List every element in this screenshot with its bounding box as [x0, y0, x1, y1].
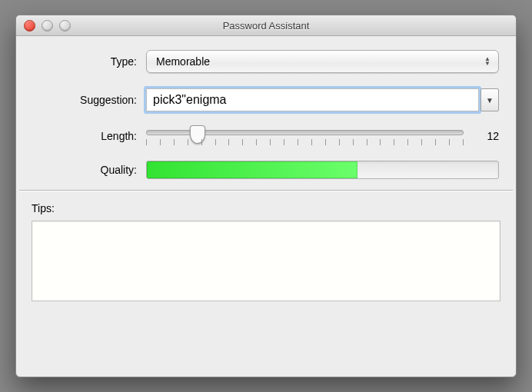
password-assistant-window: Password Assistant Type: Memorable ▲▼ Su…: [15, 15, 517, 377]
suggestion-label: Suggestion:: [33, 94, 146, 106]
slider-ticks: [146, 139, 464, 145]
quality-fill: [147, 161, 357, 178]
suggestion-combo: ▼: [146, 88, 499, 111]
suggestion-row: Suggestion: ▼: [33, 88, 499, 111]
quality-label: Quality:: [33, 164, 146, 176]
window-title: Password Assistant: [16, 20, 516, 32]
quality-bar: [146, 161, 499, 179]
zoom-button[interactable]: [59, 20, 71, 32]
window-controls: [24, 20, 71, 32]
length-value: 12: [476, 130, 499, 142]
length-slider[interactable]: [146, 127, 464, 145]
titlebar: Password Assistant: [16, 15, 516, 36]
chevron-down-icon: ▼: [486, 96, 494, 105]
quality-row: Quality:: [33, 161, 499, 179]
length-row: Length: 12: [33, 127, 499, 145]
tips-label: Tips:: [32, 202, 500, 214]
minimize-button[interactable]: [42, 20, 53, 32]
tips-section: Tips:: [16, 191, 516, 318]
close-button[interactable]: [24, 20, 35, 32]
tips-box: [32, 221, 500, 301]
type-row: Type: Memorable ▲▼: [33, 50, 499, 73]
suggestion-input[interactable]: [146, 88, 479, 111]
type-popup[interactable]: Memorable ▲▼: [146, 50, 499, 73]
updown-arrow-icon: ▲▼: [484, 57, 490, 66]
suggestion-dropdown-button[interactable]: ▼: [480, 88, 499, 111]
content-area: Type: Memorable ▲▼ Suggestion: ▼ Length:: [16, 36, 516, 190]
type-label: Type:: [33, 55, 146, 68]
length-slider-wrap: 12: [146, 127, 499, 145]
type-selected-value: Memorable: [156, 55, 210, 68]
length-label: Length:: [33, 130, 146, 142]
